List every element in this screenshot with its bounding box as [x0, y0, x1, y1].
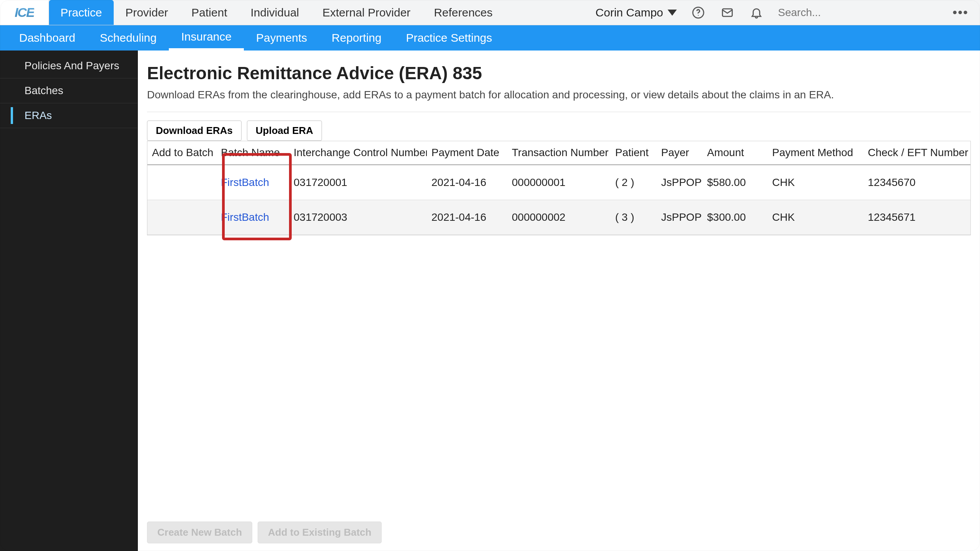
era-table: Add to Batch Batch Name Interchange Cont…: [147, 141, 971, 235]
sidebar-item-policies-payers[interactable]: Policies And Payers: [0, 54, 137, 78]
col-transaction-number[interactable]: Transaction Number: [507, 141, 611, 165]
nav-label: Dashboard: [19, 31, 75, 44]
table-header-row: Add to Batch Batch Name Interchange Cont…: [147, 141, 971, 165]
cell-icn: 031720001: [289, 165, 427, 200]
tab-external-provider[interactable]: External Provider: [311, 0, 422, 25]
cell-payer: JsPPOP: [657, 200, 702, 235]
cell-amount: $300.00: [702, 200, 768, 235]
nav-label: Scheduling: [100, 31, 157, 44]
secondary-nav: Dashboard Scheduling Insurance Payments …: [0, 25, 980, 51]
cell-add-to-batch[interactable]: [147, 200, 216, 235]
primary-tabs: Practice Provider Patient Individual Ext…: [49, 0, 505, 25]
cell-txn: 000000002: [507, 200, 611, 235]
cell-check: 12345670: [863, 165, 971, 200]
content-layout: Policies And Payers Batches ERAs Electro…: [0, 51, 980, 551]
sidebar-item-label: ERAs: [24, 109, 52, 121]
add-to-existing-batch-button: Add to Existing Batch: [258, 522, 382, 543]
col-add-to-batch[interactable]: Add to Batch: [147, 141, 216, 165]
col-payment-method[interactable]: Payment Method: [768, 141, 863, 165]
main-content: Electronic Remittance Advice (ERA) 835 D…: [138, 51, 980, 551]
app-logo-text: ICE: [15, 5, 34, 20]
user-menu[interactable]: Corin Campo: [596, 6, 677, 19]
tab-label: External Provider: [322, 6, 410, 19]
tab-label: Provider: [125, 6, 168, 19]
table-toolbar: Download ERAs Upload ERA: [147, 121, 971, 141]
cell-payment-date: 2021-04-16: [427, 200, 507, 235]
tab-label: Individual: [251, 6, 299, 19]
cell-payer: JsPPOP: [657, 165, 702, 200]
cell-patient: ( 3 ): [611, 200, 657, 235]
tab-provider[interactable]: Provider: [114, 0, 180, 25]
col-payer[interactable]: Payer: [657, 141, 702, 165]
col-patient[interactable]: Patient: [611, 141, 657, 165]
mail-icon[interactable]: [720, 5, 735, 20]
cell-payment-date: 2021-04-16: [427, 165, 507, 200]
tab-label: Practice: [60, 6, 102, 19]
download-eras-button[interactable]: Download ERAs: [147, 121, 242, 141]
nav-label: Payments: [256, 31, 307, 44]
sidebar-item-label: Policies And Payers: [24, 60, 119, 72]
batch-name-link[interactable]: FirstBatch: [221, 176, 269, 188]
search-input[interactable]: [778, 4, 939, 21]
table-row: FirstBatch 031720001 2021-04-16 00000000…: [147, 165, 971, 200]
page-title: Electronic Remittance Advice (ERA) 835: [147, 63, 971, 83]
nav-dashboard[interactable]: Dashboard: [7, 25, 88, 51]
app-logo: ICE: [0, 0, 49, 25]
cell-add-to-batch[interactable]: [147, 165, 216, 200]
nav-payments[interactable]: Payments: [244, 25, 319, 51]
nav-scheduling[interactable]: Scheduling: [88, 25, 169, 51]
col-payment-date[interactable]: Payment Date: [427, 141, 507, 165]
tab-individual[interactable]: Individual: [239, 0, 311, 25]
nav-reporting[interactable]: Reporting: [319, 25, 394, 51]
top-right-tools: Corin Campo •••: [596, 0, 980, 25]
sidebar: Policies And Payers Batches ERAs: [0, 51, 138, 551]
nav-practice-settings[interactable]: Practice Settings: [394, 25, 504, 51]
batch-name-link[interactable]: FirstBatch: [221, 211, 269, 223]
cell-payment-method: CHK: [768, 165, 863, 200]
cell-txn: 000000001: [507, 165, 611, 200]
tab-label: References: [434, 6, 492, 19]
svg-point-1: [698, 15, 699, 15]
nav-label: Practice Settings: [406, 31, 492, 44]
cell-patient: ( 2 ): [611, 165, 657, 200]
caret-down-icon: [668, 10, 677, 16]
footer-actions: Create New Batch Add to Existing Batch: [147, 522, 382, 543]
nav-label: Reporting: [332, 31, 381, 44]
page-description: Download ERAs from the clearinghouse, ad…: [147, 89, 971, 101]
user-name: Corin Campo: [596, 6, 663, 19]
upload-era-button[interactable]: Upload ERA: [247, 121, 322, 141]
cell-amount: $580.00: [702, 165, 768, 200]
sidebar-item-batches[interactable]: Batches: [0, 78, 137, 103]
col-check-eft[interactable]: Check / EFT Number: [863, 141, 971, 165]
create-new-batch-button: Create New Batch: [147, 522, 252, 543]
table-row: FirstBatch 031720003 2021-04-16 00000000…: [147, 200, 971, 235]
help-icon[interactable]: [691, 5, 706, 20]
sidebar-item-eras[interactable]: ERAs: [0, 103, 137, 128]
cell-icn: 031720003: [289, 200, 427, 235]
sidebar-item-label: Batches: [24, 85, 63, 96]
col-amount[interactable]: Amount: [702, 141, 768, 165]
nav-label: Insurance: [181, 30, 232, 43]
col-batch-name[interactable]: Batch Name: [216, 141, 289, 165]
top-toolbar: ICE Practice Provider Patient Individual…: [0, 0, 980, 25]
cell-payment-method: CHK: [768, 200, 863, 235]
tab-label: Patient: [191, 6, 227, 19]
bell-icon[interactable]: [749, 5, 764, 20]
divider: [147, 112, 971, 112]
more-menu-icon[interactable]: •••: [952, 5, 969, 20]
tab-practice[interactable]: Practice: [49, 0, 114, 25]
tab-references[interactable]: References: [422, 0, 504, 25]
col-icn[interactable]: Interchange Control Number: [289, 141, 427, 165]
cell-check: 12345671: [863, 200, 971, 235]
tab-patient[interactable]: Patient: [180, 0, 239, 25]
nav-insurance[interactable]: Insurance: [169, 25, 244, 51]
